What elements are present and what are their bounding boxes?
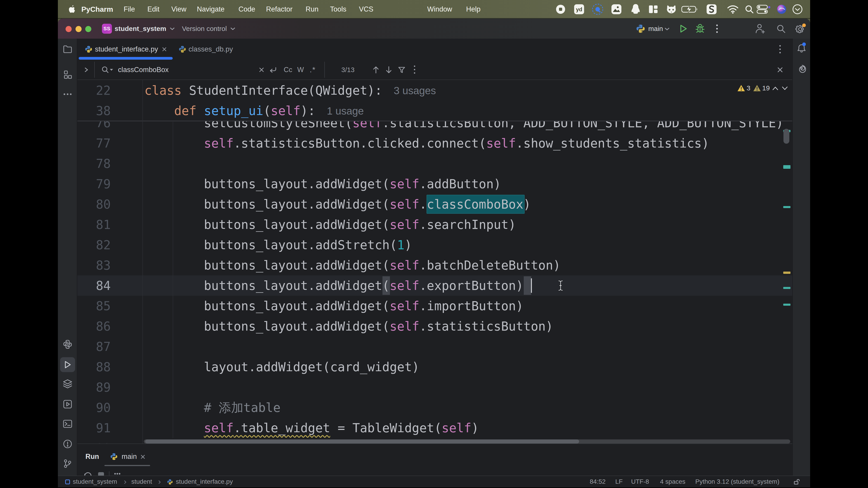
breadcrumb-project[interactable]: student_system <box>73 476 117 487</box>
screen-record-icon[interactable] <box>592 3 604 15</box>
close-search-icon[interactable] <box>776 66 784 73</box>
error-stripe-mark[interactable] <box>783 271 790 274</box>
menu-pycharm[interactable]: PyCharm <box>81 0 113 19</box>
window-tiles-icon[interactable] <box>648 4 658 14</box>
menu-refactor[interactable]: Refactor <box>266 0 292 19</box>
search-options-kebab-icon[interactable] <box>413 65 416 74</box>
run-play-icon[interactable] <box>678 24 688 34</box>
menu-edit[interactable]: Edit <box>147 0 159 19</box>
run-tool-icon[interactable] <box>63 360 72 369</box>
regex-toggle[interactable]: .* <box>310 60 316 79</box>
menu-navigate[interactable]: Navigate <box>197 0 224 19</box>
siri-icon[interactable] <box>776 4 787 14</box>
text-caret <box>531 278 532 293</box>
more-actions-icon[interactable] <box>114 472 121 476</box>
close-run-tab-icon[interactable] <box>140 454 146 460</box>
search-query[interactable]: classComboBox <box>118 60 168 79</box>
python-console-icon[interactable] <box>62 339 73 350</box>
new-line-icon[interactable] <box>268 66 278 74</box>
menu-code[interactable]: Code <box>239 0 255 19</box>
youdao-icon[interactable]: yd <box>574 4 585 15</box>
cat-icon[interactable] <box>666 4 677 14</box>
menu-help[interactable]: Help <box>466 0 480 19</box>
settings-gear-icon[interactable] <box>795 23 806 35</box>
previous-match-arrow-icon[interactable] <box>372 66 380 74</box>
breadcrumb-file[interactable]: student_interface.py <box>176 476 233 487</box>
rerun-icon[interactable] <box>83 471 93 476</box>
line-separator[interactable]: LF <box>615 476 623 487</box>
error-stripe-mark[interactable] <box>783 287 790 289</box>
error-stripe-mark[interactable] <box>783 165 790 169</box>
sticky-code-line-22[interactable]: class StudentInterface(QWidget): <box>145 80 382 101</box>
notifications-bell-icon[interactable] <box>796 43 807 54</box>
usages-hint[interactable]: 3 usages <box>394 80 436 101</box>
tab-options-kebab-icon[interactable] <box>778 44 782 54</box>
s-app-icon[interactable] <box>706 4 717 15</box>
error-stripe-mark[interactable] <box>783 304 790 306</box>
sticky-code-line-38[interactable]: def setup_ui(self): <box>145 101 315 121</box>
project-name[interactable]: student_system <box>115 19 166 39</box>
menu-tools[interactable]: Tools <box>330 0 346 19</box>
weak-warning-triangle-icon <box>753 85 761 92</box>
terminal-icon[interactable] <box>63 419 72 429</box>
stop-icon[interactable] <box>97 471 105 476</box>
horizontal-scrollbar-thumb[interactable] <box>145 440 579 444</box>
project-folder-icon[interactable] <box>63 44 72 54</box>
version-control-icon[interactable] <box>63 459 72 468</box>
search-history-icon[interactable] <box>101 66 115 74</box>
battery-charging-icon[interactable] <box>681 5 699 13</box>
debug-bug-icon[interactable] <box>695 24 705 34</box>
vertical-scrollbar-thumb[interactable] <box>783 129 789 144</box>
menu-run[interactable]: Run <box>306 0 318 19</box>
services-icon[interactable] <box>63 399 72 409</box>
menu-vcs[interactable]: VCS <box>359 0 373 19</box>
add-user-icon[interactable] <box>754 23 766 34</box>
close-window-button[interactable] <box>66 26 72 32</box>
python-packages-icon[interactable] <box>62 379 73 389</box>
menu-view[interactable]: View <box>171 0 186 19</box>
wifi-icon[interactable] <box>727 5 739 14</box>
previous-problem-chevron-icon[interactable] <box>772 86 779 91</box>
python-interpreter[interactable]: Python 3.12 (student_system) <box>695 476 779 487</box>
ai-assistant-icon[interactable] <box>796 63 807 74</box>
file-encoding[interactable]: UTF-8 <box>631 476 649 487</box>
project-badge[interactable]: SS <box>102 24 112 34</box>
more-tool-windows-icon[interactable] <box>63 89 72 99</box>
photos-icon[interactable] <box>611 4 622 15</box>
filter-icon[interactable] <box>398 66 406 74</box>
unlocked-padlock-icon[interactable] <box>793 478 800 486</box>
words-toggle[interactable]: W <box>297 60 304 79</box>
structure-icon[interactable] <box>63 70 72 79</box>
expand-search-chevron-icon[interactable] <box>83 66 89 73</box>
match-case-toggle[interactable]: Cc <box>284 60 292 79</box>
next-problem-chevron-icon[interactable] <box>781 86 788 91</box>
minimize-window-button[interactable] <box>75 26 82 32</box>
line-number-83: 83 <box>77 255 111 275</box>
search-icon[interactable] <box>776 24 786 34</box>
problems-icon[interactable] <box>63 439 72 449</box>
vcs-widget[interactable]: Version control <box>182 19 227 39</box>
apple-icon[interactable] <box>68 5 76 14</box>
code-editor[interactable]: 76 setCustomStyleSheet(self.statisticsBu… <box>77 80 792 444</box>
close-tab-icon[interactable] <box>161 46 167 52</box>
menu-file[interactable]: File <box>124 0 135 19</box>
run-panel-title[interactable]: Run <box>86 444 99 469</box>
clear-search-icon[interactable] <box>258 66 265 73</box>
error-stripe-mark[interactable] <box>783 206 790 208</box>
qq-penguin-icon[interactable] <box>631 4 641 15</box>
breadcrumb-folder[interactable]: student <box>131 476 152 487</box>
sticky-lines-panel: 22class StudentInterface(QWidget):3 usag… <box>77 80 792 121</box>
control-center-icon[interactable] <box>756 4 771 14</box>
next-match-arrow-icon[interactable] <box>385 66 393 74</box>
usages-hint[interactable]: 1 usage <box>327 101 364 121</box>
menu-window[interactable]: Window <box>427 0 452 19</box>
clock-icon[interactable] <box>792 4 803 15</box>
indent-setting[interactable]: 4 spaces <box>660 476 685 487</box>
run-config-name[interactable]: main <box>648 19 663 39</box>
kebab-menu-icon[interactable] <box>715 24 719 33</box>
record-stop-icon[interactable] <box>555 4 566 14</box>
caret-position[interactable]: 84:52 <box>590 476 606 487</box>
maximize-window-button[interactable] <box>85 26 91 32</box>
spotlight-search-icon[interactable] <box>744 4 754 14</box>
line-number-89: 89 <box>77 377 111 397</box>
